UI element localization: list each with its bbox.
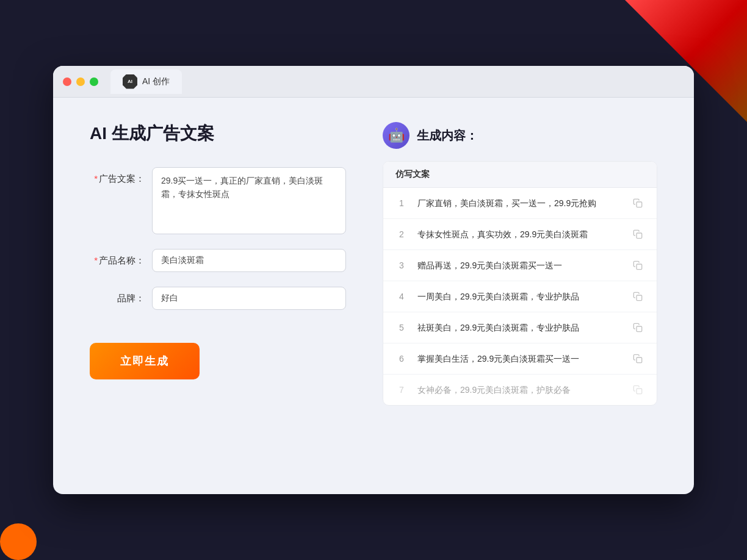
svg-rect-2 [637, 264, 642, 270]
result-title: 生成内容： [417, 127, 478, 144]
generate-button[interactable]: 立即生成 [90, 343, 200, 379]
svg-rect-0 [637, 202, 642, 207]
svg-rect-3 [637, 295, 642, 301]
row-number: 3 [395, 260, 408, 270]
required-star-product: * [94, 255, 98, 265]
svg-rect-6 [637, 389, 642, 394]
row-number: 5 [395, 323, 408, 332]
ad-copy-label: *广告文案： [90, 167, 145, 185]
brand-row: 品牌： [90, 287, 346, 310]
row-text: 一周美白，29.9元美白淡斑霜，专业护肤品 [417, 290, 621, 303]
row-text: 专抹女性斑点，真实功效，29.9元美白淡斑霜 [417, 228, 621, 241]
brand-label: 品牌： [90, 287, 145, 304]
copy-icon[interactable] [631, 290, 644, 303]
result-row: 6掌握美白生活，29.9元美白淡斑霜买一送一 [383, 343, 657, 375]
title-bar: AI 创作 [53, 66, 694, 98]
copy-icon[interactable] [631, 321, 644, 334]
brand-input[interactable] [152, 287, 346, 310]
row-number: 4 [395, 292, 408, 301]
bg-decoration-bottom-left [0, 523, 37, 560]
tab-label: AI 创作 [142, 76, 170, 87]
copy-icon[interactable] [631, 228, 644, 241]
product-name-input[interactable] [152, 249, 346, 272]
row-text: 祛斑美白，29.9元美白淡斑霜，专业护肤品 [417, 321, 621, 334]
svg-rect-1 [637, 233, 642, 239]
row-text: 女神必备，29.9元美白淡斑霜，护肤必备 [417, 384, 621, 397]
row-number: 1 [395, 198, 408, 208]
copy-icon[interactable] [631, 383, 644, 397]
result-row: 4一周美白，29.9元美白淡斑霜，专业护肤品 [383, 281, 657, 312]
svg-rect-5 [637, 357, 642, 363]
browser-window: AI 创作 AI 生成广告文案 *广告文案： *产品名称： [53, 66, 694, 494]
page-title: AI 生成广告文案 [90, 122, 346, 145]
result-row: 7女神必备，29.9元美白淡斑霜，护肤必备 [383, 375, 657, 405]
result-row: 1厂家直销，美白淡斑霜，买一送一，29.9元抢购 [383, 188, 657, 219]
copy-icon[interactable] [631, 259, 644, 272]
row-number: 2 [395, 229, 408, 239]
svg-rect-4 [637, 326, 642, 332]
content-area: AI 生成广告文案 *广告文案： *产品名称： 品牌： 立 [53, 98, 694, 494]
result-header: 生成内容： [383, 122, 657, 149]
result-row: 2专抹女性斑点，真实功效，29.9元美白淡斑霜 [383, 219, 657, 250]
right-panel: 生成内容： 仿写文案 1厂家直销，美白淡斑霜，买一送一，29.9元抢购 2专抹女… [383, 122, 657, 470]
row-number: 6 [395, 354, 408, 364]
tab-ai-creation[interactable]: AI 创作 [110, 70, 182, 94]
maximize-button[interactable] [90, 77, 98, 86]
row-text: 厂家直销，美白淡斑霜，买一送一，29.9元抢购 [417, 197, 621, 210]
result-row: 3赠品再送，29.9元美白淡斑霜买一送一 [383, 250, 657, 281]
ad-copy-row: *广告文案： [90, 167, 346, 234]
traffic-lights [63, 77, 98, 86]
row-text: 赠品再送，29.9元美白淡斑霜买一送一 [417, 259, 621, 272]
row-text: 掌握美白生活，29.9元美白淡斑霜买一送一 [417, 353, 621, 365]
robot-icon [383, 122, 410, 149]
copy-icon[interactable] [631, 352, 644, 365]
product-name-row: *产品名称： [90, 249, 346, 272]
copy-icon[interactable] [631, 196, 644, 210]
left-panel: AI 生成广告文案 *广告文案： *产品名称： 品牌： 立 [90, 122, 346, 470]
required-star-ad-copy: * [94, 173, 98, 184]
ai-tab-icon [123, 74, 137, 89]
product-name-label: *产品名称： [90, 249, 145, 267]
ad-copy-input[interactable] [152, 167, 346, 234]
result-row: 5祛斑美白，29.9元美白淡斑霜，专业护肤品 [383, 312, 657, 343]
close-button[interactable] [63, 77, 71, 86]
result-table-header: 仿写文案 [383, 162, 657, 188]
minimize-button[interactable] [76, 77, 85, 86]
result-table: 仿写文案 1厂家直销，美白淡斑霜，买一送一，29.9元抢购 2专抹女性斑点，真实… [383, 161, 657, 406]
result-rows-container: 1厂家直销，美白淡斑霜，买一送一，29.9元抢购 2专抹女性斑点，真实功效，29… [383, 188, 657, 405]
row-number: 7 [395, 385, 408, 395]
